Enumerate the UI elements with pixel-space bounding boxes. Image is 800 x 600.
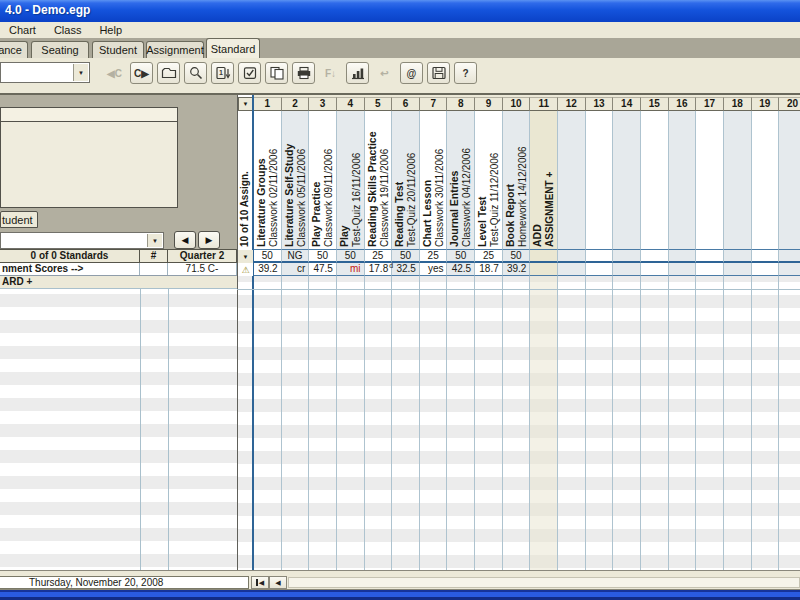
column-number-cell[interactable]: 19 — [752, 97, 780, 111]
horizontal-scrollbar-track[interactable] — [288, 577, 800, 588]
assignment-header-cell[interactable] — [641, 111, 669, 249]
column-number-cell[interactable]: 8 — [447, 97, 475, 111]
next-student-button[interactable]: ▶ — [198, 231, 220, 249]
view-tab[interactable]: Student — [92, 41, 144, 58]
score-cell[interactable]: yes — [420, 263, 448, 276]
max-points-cell[interactable]: 50 — [503, 249, 531, 263]
footnote-button[interactable]: F↓ — [319, 62, 342, 84]
menu-item[interactable]: Help — [90, 23, 131, 37]
save-button[interactable] — [427, 62, 450, 84]
quarter-grade[interactable]: 71.5 C- — [168, 263, 237, 275]
assignment-header-cell[interactable]: Reading Skills Practice Classwork 19/11/… — [365, 111, 393, 249]
score-cell[interactable]: 47.5 — [309, 263, 337, 276]
view-tab[interactable]: Assignment — [146, 41, 204, 58]
checklist-button[interactable] — [238, 62, 261, 84]
score-cell[interactable]: 32.5 — [392, 263, 420, 276]
print-button[interactable] — [292, 62, 315, 84]
score-cell[interactable]: 17.8d — [365, 263, 393, 276]
assignment-header-cell[interactable] — [724, 111, 752, 249]
max-points-cell[interactable]: 50 — [392, 249, 420, 263]
scores-row-label[interactable]: nment Scores --> — [0, 263, 140, 275]
prev-student-button[interactable]: ◀ — [174, 231, 196, 249]
column-number-cell[interactable]: 13 — [586, 97, 614, 111]
menu-item[interactable]: Chart — [0, 23, 45, 37]
window-titlebar[interactable]: 4.0 - Demo.egp — [0, 0, 800, 22]
column-number-cell[interactable]: 17 — [696, 97, 724, 111]
score-cell[interactable] — [613, 263, 641, 276]
score-cell[interactable] — [641, 263, 669, 276]
standards-body[interactable] — [0, 289, 237, 570]
assignment-header-cell[interactable]: Literature Self-Study Classwork 05/11/20… — [282, 111, 310, 249]
column-number-cell[interactable]: 1 — [254, 97, 282, 111]
standards-menu-button[interactable]: ▼ — [238, 250, 253, 263]
score-cell[interactable] — [724, 263, 752, 276]
score-cell[interactable]: cr — [282, 263, 310, 276]
column-number-cell[interactable]: 9 — [475, 97, 503, 111]
chevron-down-icon[interactable]: ▼ — [147, 234, 162, 247]
max-points-cell[interactable]: 25 — [365, 249, 393, 263]
assignment-header-cell[interactable]: Book Report Homework 14/12/2006 — [503, 111, 531, 249]
assignment-header-cell[interactable] — [558, 111, 586, 249]
sort-button[interactable]: 1 — [211, 62, 234, 84]
find-button[interactable] — [184, 62, 207, 84]
score-cell[interactable] — [669, 263, 697, 276]
score-cell[interactable] — [752, 263, 780, 276]
term-column-header[interactable]: Quarter 2 — [168, 250, 237, 262]
max-points-cell[interactable]: 25 — [475, 249, 503, 263]
view-tab[interactable]: Standard — [206, 38, 260, 58]
assignment-header-cell[interactable]: Play Practice Classwork 09/11/2006 — [309, 111, 337, 249]
max-points-cell[interactable]: 50 — [447, 249, 475, 263]
assignment-header-cell[interactable] — [696, 111, 724, 249]
column-number-cell[interactable]: 10 — [503, 97, 531, 111]
max-points-cell[interactable] — [530, 249, 558, 263]
max-points-cell[interactable] — [613, 249, 641, 263]
max-points-cell[interactable] — [558, 249, 586, 263]
chevron-down-icon[interactable]: ▼ — [73, 64, 88, 81]
column-number-cell[interactable]: 18 — [724, 97, 752, 111]
max-points-cell[interactable]: 50 — [309, 249, 337, 263]
help-button[interactable]: ? — [454, 62, 477, 84]
column-number-cell[interactable]: 4 — [337, 97, 365, 111]
open-folder-button[interactable] — [157, 62, 180, 84]
column-number-cell[interactable]: 15 — [641, 97, 669, 111]
assignment-header-cell[interactable] — [752, 111, 780, 249]
email-button[interactable]: @ — [400, 62, 423, 84]
assignment-header-cell[interactable] — [613, 111, 641, 249]
chart-button[interactable] — [346, 62, 369, 84]
max-points-cell[interactable] — [586, 249, 614, 263]
assignment-header-cell[interactable]: Chart Lesson Classwork 30/11/2006 — [420, 111, 448, 249]
assignment-header-cell[interactable] — [669, 111, 697, 249]
max-points-cell[interactable] — [696, 249, 724, 263]
column-number-cell[interactable]: 14 — [613, 97, 641, 111]
max-points-cell[interactable]: NG — [282, 249, 310, 263]
grid-body[interactable] — [237, 276, 800, 570]
max-points-cell[interactable] — [779, 249, 800, 263]
scroll-left-button[interactable]: ◀ — [269, 576, 287, 589]
column-number-cell[interactable]: 6 — [392, 97, 420, 111]
assignment-header-cell[interactable]: Literature Groups Classwork 02/11/2006 — [254, 111, 282, 249]
score-cell[interactable] — [696, 263, 724, 276]
max-points-cell[interactable]: 50 — [254, 249, 282, 263]
max-points-cell[interactable]: 25 — [420, 249, 448, 263]
score-cell[interactable] — [586, 263, 614, 276]
class-combo[interactable]: ▼ — [0, 62, 90, 83]
assignment-header-cell[interactable]: Reading Test Test-Quiz 20/11/2006 — [392, 111, 420, 249]
column-number-cell[interactable]: 7 — [420, 97, 448, 111]
view-tab[interactable]: dance — [0, 41, 28, 58]
class-forward-button[interactable]: C▶ — [130, 62, 153, 84]
column-number-cell[interactable]: 3 — [309, 97, 337, 111]
student-pane-tab[interactable]: tudent — [0, 211, 38, 228]
max-points-cell[interactable] — [724, 249, 752, 263]
score-cell[interactable] — [779, 263, 800, 276]
assignment-header-cell[interactable]: Level Test Test-Quiz 11/12/2006 — [475, 111, 503, 249]
score-cell[interactable] — [530, 263, 558, 276]
column-number-cell[interactable]: 12 — [558, 97, 586, 111]
scores-row-number[interactable] — [140, 263, 168, 275]
standards-count-header[interactable]: 0 of 0 Standards — [0, 250, 140, 262]
score-cell[interactable]: 18.7 — [475, 263, 503, 276]
assignment-header-cell[interactable]: Play Test-Quiz 16/11/2006 — [337, 111, 365, 249]
student-combo[interactable]: ▼ — [0, 232, 164, 249]
list-box-header[interactable] — [1, 108, 177, 122]
score-cell[interactable]: 39.2 — [254, 263, 282, 276]
view-tab[interactable]: Seating — [31, 41, 89, 58]
